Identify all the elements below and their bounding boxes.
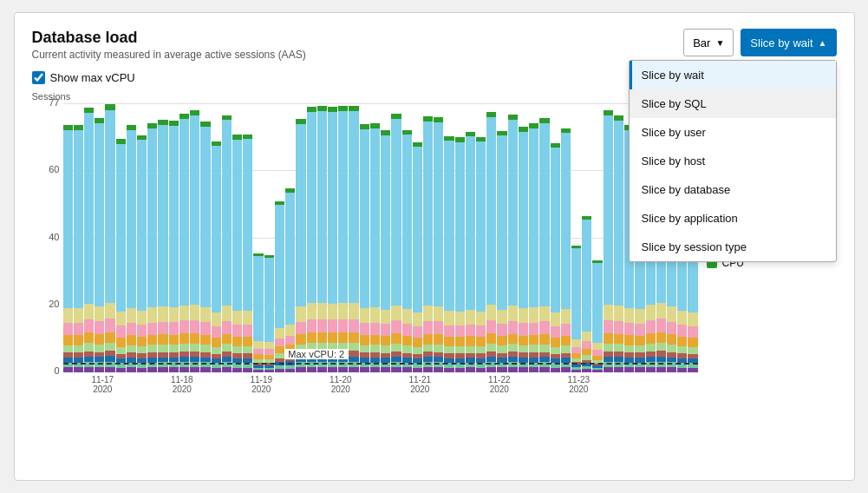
bar-segment [137, 337, 147, 346]
bar-segment [169, 307, 179, 322]
slice-option-database[interactable]: Slice by database [630, 175, 836, 204]
bar-group [349, 103, 358, 372]
bar-group [169, 103, 179, 372]
bar-segment [243, 346, 252, 353]
bar-segment [455, 325, 465, 338]
bar-segment [476, 346, 486, 353]
bar-segment [127, 323, 136, 335]
bar-segment [413, 326, 422, 338]
bar-segment [338, 303, 348, 319]
bar-segment [349, 343, 358, 351]
bar-segment [688, 347, 697, 354]
bar-segment [360, 308, 369, 323]
bar-group [519, 103, 528, 372]
bar-segment [519, 323, 528, 335]
bar-group [561, 103, 571, 372]
bar-segment [688, 338, 697, 347]
bar-group [604, 103, 613, 372]
bar-group [222, 103, 232, 372]
bar-segment [169, 322, 179, 334]
bar-group [158, 103, 167, 372]
bar-segment [179, 306, 189, 321]
bar-group [551, 103, 560, 372]
bar-segment [561, 336, 571, 345]
bar-segment [84, 343, 94, 351]
slice-option-wait[interactable]: Slice by wait [630, 61, 836, 89]
slice-option-host[interactable]: Slice by host [630, 147, 836, 175]
page-subtitle: Current activity measured in average act… [32, 49, 306, 61]
bar-segment [338, 319, 348, 332]
bar-segment [190, 305, 199, 320]
slice-dropdown-button[interactable]: Slice by wait ▲ [741, 29, 836, 56]
bar-segment [137, 311, 147, 325]
bar-segment [243, 337, 252, 346]
bar-segment [604, 115, 613, 304]
chart-type-dropdown[interactable]: Bar ▼ [683, 29, 734, 56]
x-tick-label: 11-232020 [539, 375, 619, 394]
bar-segment [646, 333, 656, 344]
bar-segment [604, 344, 613, 352]
bar-group [264, 103, 274, 372]
bar-segment [466, 310, 475, 325]
bar-segment [190, 333, 199, 344]
slice-option-application[interactable]: Slice by application [630, 204, 836, 233]
database-load-card: Database load Current activity measured … [14, 12, 855, 481]
bar-segment [63, 308, 73, 323]
bar-segment [571, 248, 581, 339]
bar-segment [158, 334, 167, 345]
bar-segment [413, 338, 422, 347]
bar-segment [561, 345, 571, 352]
bar-segment [582, 341, 591, 349]
bar-group [137, 103, 147, 372]
bar-segment [328, 304, 337, 319]
bar-segment [381, 324, 390, 336]
bar-segment [529, 345, 538, 352]
bar-segment [328, 332, 337, 343]
bar-segment [688, 312, 697, 326]
bar-segment [402, 336, 412, 345]
bar-segment [413, 312, 422, 326]
bar-segment [529, 335, 538, 345]
bar-segment [614, 121, 623, 306]
bar-segment [317, 303, 327, 319]
bar-group [179, 103, 189, 372]
card-header: Database load Current activity measured … [32, 29, 837, 61]
bar-segment [539, 306, 549, 322]
bar-group [243, 103, 252, 372]
bar-group [508, 103, 518, 372]
bar-segment [200, 307, 210, 322]
bar-segment [317, 319, 327, 332]
bar-segment [444, 346, 454, 353]
bar-segment [381, 135, 390, 310]
slice-option-sql[interactable]: Slice by SQL [630, 89, 836, 118]
slice-option-user[interactable]: Slice by user [630, 118, 836, 147]
x-tick-label: 11-182020 [142, 375, 222, 394]
bar-segment [539, 321, 549, 334]
bar-segment [285, 336, 295, 345]
bar-segment [486, 117, 496, 305]
bar-group [571, 103, 581, 372]
show-vcpu-checkbox[interactable] [32, 71, 45, 84]
bar-segment [296, 124, 305, 306]
bar-segment [561, 133, 571, 309]
bar-group [413, 103, 422, 372]
y-tick-label: 40 [30, 232, 60, 242]
bar-segment [497, 135, 506, 309]
bar-segment [667, 345, 676, 352]
bar-segment [200, 322, 210, 334]
bar-segment [402, 135, 412, 309]
bar-group [127, 103, 136, 372]
bar-segment [434, 334, 443, 345]
slice-dropdown-menu: Slice by waitSlice by SQLSlice by userSl… [629, 60, 837, 262]
bar-segment [179, 320, 189, 333]
bar-segment [391, 320, 401, 333]
bar-segment [614, 344, 623, 352]
bar-segment [656, 303, 666, 319]
bar-group [63, 103, 73, 372]
bar-segment [423, 345, 433, 352]
slice-option-session[interactable]: Slice by session type [630, 233, 836, 261]
bar-segment [307, 319, 317, 332]
bar-segment [317, 111, 327, 303]
bar-segment [604, 305, 613, 320]
bar-segment [63, 335, 73, 345]
